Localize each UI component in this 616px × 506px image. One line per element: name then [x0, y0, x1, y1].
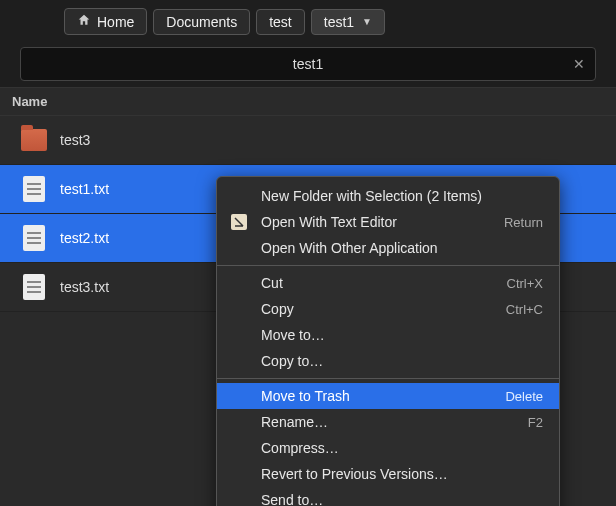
shortcut-label: F2 — [528, 415, 543, 430]
breadcrumb-documents[interactable]: Documents — [153, 9, 250, 35]
menu-separator — [217, 265, 559, 266]
shortcut-label: Ctrl+X — [507, 276, 543, 291]
file-name: test1.txt — [60, 181, 109, 197]
breadcrumb-test1[interactable]: test1 ▼ — [311, 9, 385, 35]
breadcrumb-test[interactable]: test — [256, 9, 305, 35]
breadcrumb-label: test1 — [324, 14, 354, 30]
menu-rename[interactable]: Rename…F2 — [217, 409, 559, 435]
clear-search-icon[interactable]: ✕ — [573, 56, 585, 72]
search-input[interactable]: test1 ✕ — [20, 47, 596, 81]
shortcut-label: Ctrl+C — [506, 302, 543, 317]
list-item[interactable]: test3 — [0, 116, 616, 165]
context-menu: New Folder with Selection (2 Items) Open… — [216, 176, 560, 506]
menu-cut[interactable]: CutCtrl+X — [217, 270, 559, 296]
text-file-icon — [20, 224, 48, 252]
menu-copy[interactable]: CopyCtrl+C — [217, 296, 559, 322]
folder-icon — [20, 126, 48, 154]
menu-separator — [217, 378, 559, 379]
menu-open-with-text-editor[interactable]: Open With Text EditorReturn — [217, 209, 559, 235]
menu-move-to[interactable]: Move to… — [217, 322, 559, 348]
breadcrumb-label: Home — [97, 14, 134, 30]
breadcrumb-bar: Home Documents test test1 ▼ — [0, 0, 616, 43]
menu-compress[interactable]: Compress… — [217, 435, 559, 461]
shortcut-label: Return — [504, 215, 543, 230]
text-file-icon — [20, 273, 48, 301]
menu-revert-previous[interactable]: Revert to Previous Versions… — [217, 461, 559, 487]
menu-move-to-trash[interactable]: Move to TrashDelete — [217, 383, 559, 409]
shortcut-label: Delete — [505, 389, 543, 404]
breadcrumb-label: Documents — [166, 14, 237, 30]
menu-send-to[interactable]: Send to… — [217, 487, 559, 506]
chevron-down-icon: ▼ — [362, 16, 372, 27]
search-value: test1 — [293, 56, 323, 72]
text-editor-icon — [231, 214, 247, 230]
text-file-icon — [20, 175, 48, 203]
menu-new-folder-selection[interactable]: New Folder with Selection (2 Items) — [217, 183, 559, 209]
file-name: test2.txt — [60, 230, 109, 246]
menu-open-with-other[interactable]: Open With Other Application — [217, 235, 559, 261]
menu-copy-to[interactable]: Copy to… — [217, 348, 559, 374]
breadcrumb-label: test — [269, 14, 292, 30]
breadcrumb-home[interactable]: Home — [64, 8, 147, 35]
file-name: test3.txt — [60, 279, 109, 295]
column-header-name[interactable]: Name — [0, 87, 616, 116]
home-icon — [77, 13, 91, 30]
file-name: test3 — [60, 132, 90, 148]
